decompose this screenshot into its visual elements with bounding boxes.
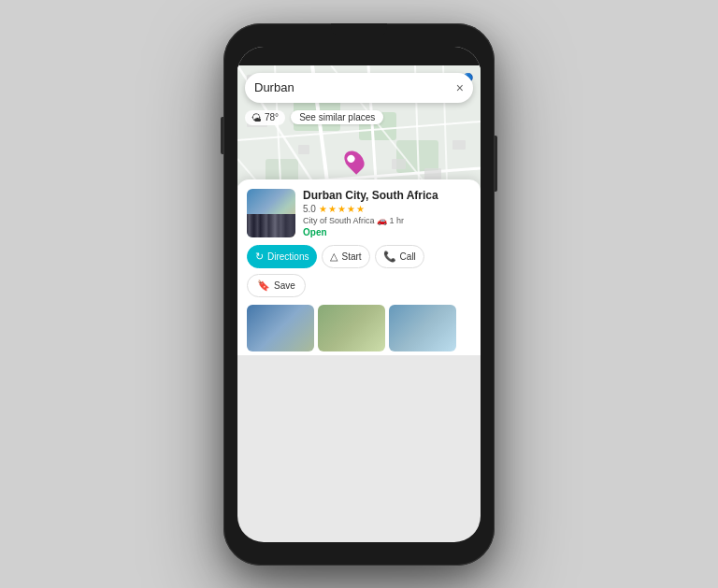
map-pin — [346, 150, 363, 172]
place-info-card: Durban City, South Africa 5.0 ★★★★★ City… — [237, 179, 481, 355]
svg-rect-31 — [452, 140, 466, 150]
weather-temp: 78° — [265, 112, 279, 122]
start-label: Start — [341, 251, 361, 262]
weather-badge: 🌤 78° — [245, 110, 285, 125]
map-container[interactable]: A-42 SE-30 Embajadores 🔵 — [237, 65, 481, 355]
weather-icon: 🌤 — [251, 112, 262, 123]
call-button[interactable]: 📞 Call — [375, 245, 424, 268]
stars-display: ★★★★★ — [319, 204, 366, 214]
save-row: 🔖 Save — [247, 274, 471, 297]
phone-device: A-42 SE-30 Embajadores 🔵 — [223, 23, 495, 566]
directions-label: Directions — [267, 251, 309, 262]
photo-2[interactable] — [318, 305, 385, 351]
place-thumbnail — [247, 189, 295, 237]
phone-screen: A-42 SE-30 Embajadores 🔵 — [237, 47, 481, 542]
photo-strip — [247, 305, 471, 355]
stars-row: 5.0 ★★★★★ — [303, 204, 471, 214]
svg-rect-29 — [392, 159, 406, 169]
rating-number: 5.0 — [303, 204, 316, 214]
search-bar[interactable]: Durban × — [245, 73, 473, 103]
directions-icon: ↻ — [255, 251, 264, 263]
status-bar — [237, 47, 481, 65]
photo-3[interactable] — [389, 305, 456, 351]
action-buttons-row: ↻ Directions △ Start 📞 Call — [247, 245, 471, 268]
place-row: Durban City, South Africa 5.0 ★★★★★ City… — [247, 189, 471, 237]
svg-rect-3 — [266, 159, 298, 182]
search-query: Durban — [254, 80, 456, 94]
place-open-status: Open — [303, 227, 471, 237]
start-button[interactable]: △ Start — [322, 245, 369, 268]
place-type: City of South Africa 🚗 1 hr — [303, 216, 471, 225]
svg-rect-28 — [298, 145, 309, 154]
save-button[interactable]: 🔖 Save — [247, 274, 306, 297]
weather-bar: 🌤 78° See similar places — [245, 110, 473, 125]
svg-rect-30 — [424, 168, 441, 179]
call-label: Call — [400, 251, 416, 262]
camera-notch — [331, 23, 387, 36]
photo-1[interactable] — [247, 305, 314, 351]
save-label: Save — [274, 280, 295, 291]
close-icon[interactable]: × — [456, 80, 464, 95]
place-details: Durban City, South Africa 5.0 ★★★★★ City… — [303, 189, 471, 237]
similar-places-button[interactable]: See similar places — [291, 110, 383, 124]
call-icon: 📞 — [383, 251, 396, 263]
place-name: Durban City, South Africa — [303, 189, 471, 202]
directions-button[interactable]: ↻ Directions — [247, 245, 317, 268]
save-icon: 🔖 — [257, 280, 270, 292]
start-icon: △ — [330, 251, 337, 263]
